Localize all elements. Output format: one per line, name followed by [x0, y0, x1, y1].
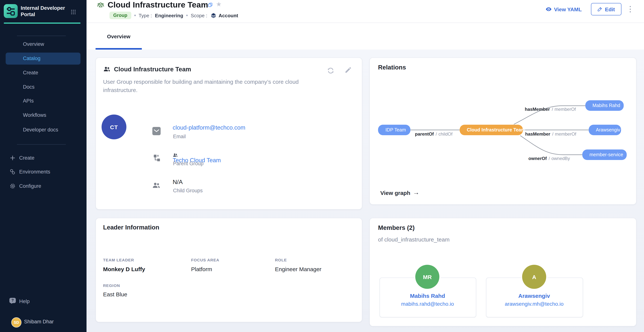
focus-area-value: Platform: [191, 266, 212, 272]
sidebar-item-environments[interactable]: Environments: [19, 168, 50, 176]
team-card-title: Cloud Infrastructure Team: [114, 66, 191, 73]
help-icon: ?: [10, 298, 16, 303]
graph-node-member-service[interactable]: member-service: [582, 150, 627, 160]
sidebar-item-help[interactable]: Help: [19, 298, 30, 305]
sidebar-item-catalog[interactable]: Catalog: [23, 55, 40, 62]
brand-title-line1: Internal Developer: [21, 5, 66, 11]
graph-node-mabihs-rahd[interactable]: Mabihs Rahd: [585, 100, 624, 111]
arrow-right-icon: →: [413, 189, 420, 196]
user-avatar[interactable]: SD: [11, 317, 22, 328]
graph-node-label: Cloud Infrastructure Team: [467, 127, 525, 133]
user-name[interactable]: Shibam Dhar: [24, 319, 54, 325]
tab-overview-label: Overview: [107, 33, 130, 39]
page-header: Cloud Infrastructure Team ★ Group Type :…: [86, 0, 644, 23]
tab-bar: Overview: [86, 23, 644, 50]
edit-button[interactable]: Edit: [591, 3, 621, 15]
member-name-link[interactable]: Arawsengiv: [486, 293, 582, 299]
tab-overview[interactable]: Overview: [96, 23, 142, 50]
focus-area-label: FOCUS AREA: [191, 258, 219, 262]
kind-badge: Group: [110, 12, 131, 19]
sidebar-item-configure[interactable]: Configure: [19, 182, 41, 190]
sidebar-divider: [17, 144, 66, 145]
refresh-icon[interactable]: [326, 66, 335, 75]
sidebar-item-create[interactable]: Create: [23, 69, 38, 77]
brand-accent-bar: [4, 22, 80, 24]
email-label: Email: [173, 134, 186, 139]
graph-node-arawsengiv[interactable]: Arawsengiv: [589, 125, 621, 135]
parent-group-label: Parent Group: [173, 161, 204, 166]
graph-node-label: IDP Team: [386, 127, 406, 133]
entity-meta-row: Group Type : Engineering Scope : Account: [110, 11, 238, 19]
hierarchy-icon: [152, 154, 161, 162]
more-options-icon[interactable]: [629, 5, 632, 13]
sidebar-item-developer-docs[interactable]: Developer docs: [23, 126, 58, 134]
scope-value: Account: [218, 12, 238, 18]
scope-label: Scope :: [191, 12, 207, 18]
brand-title: Internal Developer Portal: [21, 5, 66, 18]
group-icon: [97, 1, 104, 9]
email-icon: [152, 127, 160, 135]
team-email-link[interactable]: cloud-platform@techco.com: [173, 124, 245, 131]
relations-card: Relations IDP Team Cloud Infrastructure …: [370, 57, 636, 205]
dot-separator: [134, 15, 136, 16]
view-yaml-label: View YAML: [554, 6, 582, 12]
group-icon: [382, 128, 383, 132]
edge-label-hasmember-top: hasMember/memberOf: [525, 107, 576, 112]
graph-node-cloud-infrastructure-team[interactable]: Cloud Infrastructure Team: [460, 125, 523, 135]
sidebar: Internal Developer Portal Overview Catal…: [0, 0, 86, 332]
leader-card-title: Leader Information: [103, 224, 159, 231]
members-card-title: Members (2): [378, 224, 414, 231]
team-leader-value: Monkey D Luffy: [103, 266, 145, 272]
team-description: User Group responsible for building and …: [103, 78, 321, 94]
pencil-icon: [597, 6, 603, 12]
sidebar-item-workflows[interactable]: Workflows: [23, 112, 46, 119]
team-leader-label: TEAM LEADER: [103, 258, 134, 262]
sidebar-item-create-secondary[interactable]: Create: [19, 154, 34, 162]
graph-node-label: member-service: [590, 152, 623, 157]
role-value: Engineer Manager: [275, 266, 322, 272]
view-graph-link[interactable]: View graph →: [380, 189, 420, 196]
hexagons-icon: [10, 169, 16, 175]
edit-pencil-icon[interactable]: [344, 66, 352, 74]
member-email-link[interactable]: mabihs.rahd@techo.io: [380, 301, 476, 307]
graph-node-label: Mabihs Rahd: [592, 103, 620, 108]
child-groups-label: Child Groups: [173, 188, 203, 193]
eye-icon: [546, 6, 552, 12]
type-value: Engineering: [155, 12, 183, 18]
edit-button-label: Edit: [605, 6, 615, 12]
layers-icon: [210, 12, 217, 18]
type-label: Type :: [138, 12, 152, 18]
brand-title-line2: Portal: [21, 11, 66, 18]
copy-icon[interactable]: [208, 2, 213, 7]
app-logo-icon[interactable]: [4, 4, 18, 18]
edge-label-parentof: parentOf/childOf: [415, 132, 452, 137]
leader-info-card: Leader Information TEAM LEADER Monkey D …: [96, 218, 362, 322]
page-title: Cloud Infrastructure Team: [108, 0, 208, 10]
dot-separator: [186, 15, 188, 16]
region-label: REGION: [103, 283, 120, 288]
group-icon: [103, 65, 110, 73]
app-switcher-icon[interactable]: [70, 9, 76, 15]
sidebar-active-highlight: [6, 53, 80, 65]
sidebar-item-docs[interactable]: Docs: [23, 83, 34, 91]
member-name-link[interactable]: Mabihs Rahd: [380, 293, 476, 299]
view-yaml-link[interactable]: View YAML: [546, 6, 582, 12]
plus-icon: [10, 155, 16, 161]
member-avatar: MR: [415, 265, 439, 289]
sidebar-item-overview[interactable]: Overview: [23, 40, 44, 48]
member-email-link[interactable]: arawsengiv.mh@techo.io: [486, 301, 582, 307]
team-avatar: CT: [102, 115, 126, 139]
app-window: Internal Developer Portal Overview Catal…: [0, 0, 644, 332]
graph-node-label: Arawsengiv: [596, 127, 620, 133]
members-card: Members (2) of cloud_infrastructure_team…: [370, 218, 636, 326]
role-label: ROLE: [275, 258, 287, 262]
edge-label-ownerof: ownerOf/ownedBy: [528, 156, 570, 161]
tab-active-indicator: [96, 48, 142, 50]
gear-icon: [10, 183, 16, 189]
sidebar-item-apis[interactable]: APIs: [23, 97, 34, 105]
graph-node-idp-team[interactable]: IDP Team: [378, 125, 410, 135]
header-actions: View YAML Edit: [546, 3, 632, 15]
star-icon[interactable]: ★: [216, 0, 222, 8]
members-subtitle: of cloud_infrastructure_team: [378, 236, 450, 243]
team-info-card: Cloud Infrastructure Team User Group res…: [96, 57, 362, 210]
